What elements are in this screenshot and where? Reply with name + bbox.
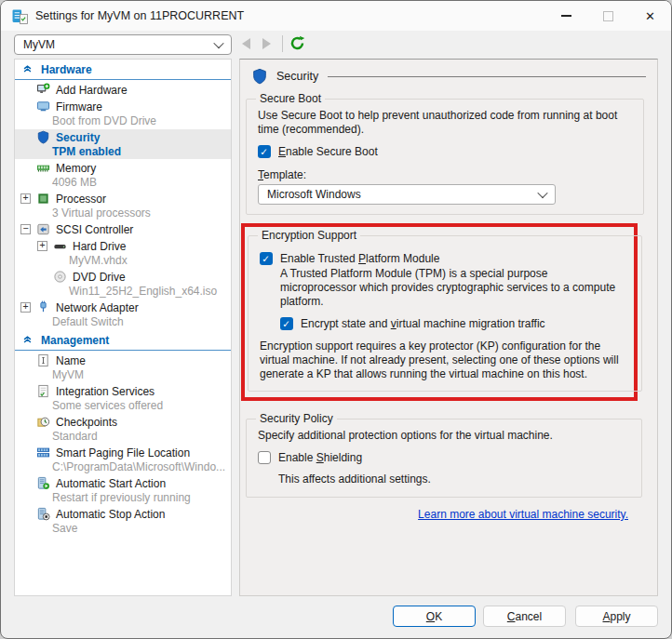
panel-title: Security <box>276 70 318 83</box>
integration-services-icon <box>36 384 50 398</box>
sidebar-item-subtext: MyVM.vhdx <box>15 254 231 268</box>
expand-icon[interactable]: + <box>20 302 31 313</box>
sidebar-item-subtext: Standard <box>15 430 231 444</box>
sidebar-item-processor[interactable]: +Processor3 Virtual processors <box>15 191 231 220</box>
sidebar-item-label: DVD Drive <box>71 271 126 284</box>
header-rule <box>328 76 646 77</box>
chevron-down-icon <box>537 188 547 198</box>
enable-secure-boot-checkbox[interactable]: Enable Secure Boot <box>258 145 634 158</box>
secure-boot-description: Use Secure Boot to help prevent unauthor… <box>258 109 634 137</box>
sidebar-item-subtext: MyVM <box>15 368 231 382</box>
cancel-button-label: Cancel <box>507 610 542 623</box>
sidebar-section-header-hardware[interactable]: Hardware <box>15 60 231 78</box>
template-select[interactable]: Microsoft Windows <box>258 184 556 205</box>
ok-button-label: OK <box>426 610 442 623</box>
chevron-down-icon <box>213 38 223 48</box>
auto-stop-icon <box>36 507 50 521</box>
sidebar-item-label: Automatic Stop Action <box>54 508 165 521</box>
enable-shielding-label: Enable Shielding <box>278 451 362 464</box>
vm-selector-value: MyVM <box>23 38 55 51</box>
window-controls: ✕ <box>545 1 671 31</box>
sidebar-item-subtext: C:\ProgramData\Microsoft\Windo... <box>15 460 231 474</box>
chevron-double-up-icon <box>22 334 33 347</box>
close-button[interactable]: ✕ <box>629 1 671 31</box>
sidebar-item-label: Name <box>54 354 86 367</box>
expand-icon[interactable]: + <box>20 193 31 204</box>
auto-start-icon <box>36 476 50 490</box>
checkbox-checked-icon <box>258 145 271 158</box>
sidebar-item-subtext: 3 Virtual processors <box>15 206 231 220</box>
link-row: Learn more about virtual machine securit… <box>240 508 628 521</box>
section-label: Hardware <box>41 63 92 76</box>
toolbar: MyVM <box>1 31 671 59</box>
close-icon: ✕ <box>645 10 655 22</box>
checkpoints-icon <box>36 415 50 429</box>
refresh-button[interactable] <box>289 35 305 51</box>
encrypt-state-label: Encrypt state and virtual machine migrat… <box>301 317 545 330</box>
sidebar-item-subtext: 4096 MB <box>15 176 231 190</box>
security-policy-group: Security Policy Specify additional prote… <box>246 412 642 498</box>
processor-icon <box>36 192 50 206</box>
sidebar-item-subtext: Restart if previously running <box>15 491 231 505</box>
sidebar-item-subtext: Save <box>15 522 231 536</box>
sidebar-item-automatic-start-action[interactable]: Automatic Start ActionRestart if previou… <box>15 475 231 505</box>
sidebar-item-label: Memory <box>54 162 96 175</box>
maximize-button <box>587 1 629 31</box>
sidebar-item-label: Firmware <box>54 100 102 113</box>
panel-header: Security <box>251 68 646 85</box>
cancel-button[interactable]: Cancel <box>483 606 566 627</box>
name-icon <box>36 353 50 367</box>
minimize-icon <box>561 15 571 16</box>
sidebar-item-add-hardware[interactable]: Add Hardware <box>15 82 231 98</box>
sidebar-item-subtext: Default Switch <box>15 315 231 329</box>
titlebar: Settings for MyVM on 11PROCURRENT ✕ <box>1 1 671 31</box>
chevron-double-up-icon <box>22 63 33 76</box>
apply-button-label: Apply <box>602 610 630 623</box>
sidebar-item-label: Network Adapter <box>54 301 139 314</box>
sidebar-item-scsi-controller[interactable]: −SCSI Controller <box>15 221 231 237</box>
sidebar-item-memory[interactable]: Memory4096 MB <box>15 160 231 190</box>
minimize-button[interactable] <box>545 1 587 31</box>
settings-window: Settings for MyVM on 11PROCURRENT ✕ MyVM… <box>0 0 672 639</box>
sidebar-section-header-management[interactable]: Management <box>15 330 231 349</box>
shielding-note: This affects additional settings. <box>278 473 632 486</box>
sidebar-item-firmware[interactable]: FirmwareBoot from DVD Drive <box>15 99 231 128</box>
enable-tpm-checkbox[interactable]: Enable Trusted Platform Module <box>260 252 632 265</box>
enable-secure-boot-label: Enable Secure Boot <box>278 145 378 158</box>
window-title: Settings for MyVM on 11PROCURRENT <box>35 9 244 22</box>
annotation-highlight-box: Encryption Support Enable Trusted Platfo… <box>241 223 638 401</box>
apply-button[interactable]: Apply <box>575 606 658 627</box>
expand-icon[interactable]: + <box>37 241 47 251</box>
encrypt-state-checkbox[interactable]: Encrypt state and virtual machine migrat… <box>280 317 632 330</box>
sidebar-item-label: Processor <box>54 193 106 206</box>
sidebar-item-integration-services[interactable]: Integration ServicesSome services offere… <box>15 383 231 413</box>
sidebar-item-label: SCSI Controller <box>54 223 133 236</box>
enable-shielding-checkbox[interactable]: Enable Shielding <box>258 451 632 464</box>
security-policy-description: Specify additional protection options fo… <box>258 429 632 443</box>
sidebar-item-checkpoints[interactable]: CheckpointsStandard <box>15 414 231 444</box>
collapse-icon[interactable]: − <box>20 224 31 234</box>
security-shield-icon <box>251 68 268 85</box>
hard-drive-icon <box>53 239 67 253</box>
sidebar-item-network-adapter[interactable]: +Network AdapterDefault Switch <box>15 300 231 329</box>
ok-button[interactable]: OK <box>393 606 476 627</box>
sidebar-item-dvd-drive[interactable]: DVD DriveWin11_25H2_English_x64.iso <box>15 269 231 299</box>
checkbox-unchecked-icon <box>258 451 271 464</box>
sidebar-item-subtext: Win11_25H2_English_x64.iso <box>15 285 231 299</box>
secure-boot-legend: Secure Boot <box>256 92 325 105</box>
tpm-description: A Trusted Platform Module (TPM) is a spe… <box>280 267 626 309</box>
sidebar-item-security[interactable]: SecurityTPM enabled <box>15 129 231 159</box>
firmware-icon <box>36 100 50 113</box>
learn-more-link[interactable]: Learn more about virtual machine securit… <box>418 508 628 521</box>
sidebar-item-automatic-stop-action[interactable]: Automatic Stop ActionSave <box>15 506 231 536</box>
sidebar-item-label: Smart Paging File Location <box>54 446 190 459</box>
sidebar-item-smart-paging-file-location[interactable]: Smart Paging File LocationC:\ProgramData… <box>15 445 231 474</box>
encryption-support-group: Encryption Support Enable Trusted Platfo… <box>248 229 642 392</box>
forward-arrow-icon <box>262 38 271 49</box>
memory-icon <box>36 161 50 175</box>
template-select-value: Microsoft Windows <box>267 188 361 201</box>
vm-selector[interactable]: MyVM <box>14 34 232 55</box>
sidebar-item-hard-drive[interactable]: +Hard DriveMyVM.vhdx <box>15 238 231 268</box>
sidebar-item-name[interactable]: NameMyVM <box>15 353 231 382</box>
sidebar-item-subtext: Boot from DVD Drive <box>15 114 231 128</box>
